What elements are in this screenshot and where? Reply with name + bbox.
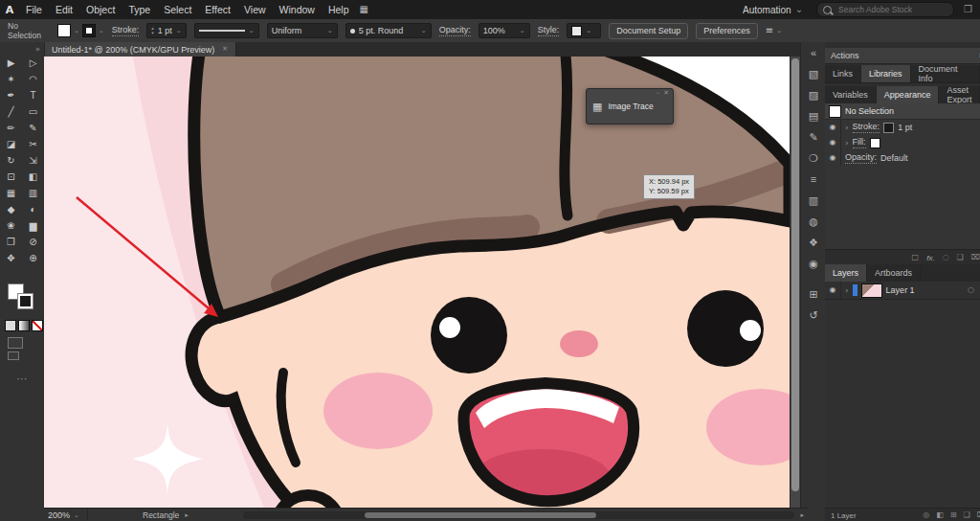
opacity-dropdown[interactable]: 100% ⌄ — [479, 23, 530, 38]
menu-type[interactable]: Type — [122, 0, 157, 19]
hand-tool[interactable]: ✥ — [0, 250, 22, 266]
stroke-style-dropdown[interactable]: ⌄ — [194, 23, 259, 38]
blend-tool[interactable]: ◐ — [22, 201, 44, 217]
menu-file[interactable]: File — [19, 0, 49, 19]
layer-visibility-eye-icon[interactable]: ◉ — [830, 286, 836, 294]
horizontal-scrollbar[interactable] — [243, 511, 795, 519]
document-tab-close-icon[interactable]: ✕ — [222, 46, 228, 53]
layer-target-icon[interactable]: ○ — [968, 286, 974, 294]
stroke-caret-icon[interactable]: ⌄ — [99, 28, 104, 34]
symbols-panel-icon[interactable]: ❍ — [801, 147, 826, 169]
appearance-stroke-row[interactable]: ◉ › Stroke: 1 pt — [825, 120, 980, 135]
type-tool[interactable]: T — [22, 87, 44, 103]
color-mode-none[interactable] — [32, 320, 43, 331]
style-label-link[interactable]: Style: — [538, 25, 560, 36]
screen-mode-button[interactable] — [8, 337, 23, 360]
pen-tool[interactable]: ✒ — [0, 87, 22, 103]
transparency-panel-icon[interactable]: ◍ — [801, 211, 826, 232]
tooltip-minimize-icon[interactable]: – — [657, 90, 660, 97]
menu-effect[interactable]: Effect — [198, 0, 237, 19]
status-next-icon[interactable]: ▸ — [185, 512, 189, 519]
brush-definition-dropdown[interactable]: 5 pt. Round ⌄ — [345, 23, 432, 38]
spin-down-icon[interactable]: ▾ — [151, 31, 154, 35]
lasso-tool[interactable]: ◠ — [22, 71, 44, 87]
appearance-fill-swatch[interactable] — [870, 138, 880, 148]
clear-appearance-icon[interactable]: ◌ — [943, 254, 949, 261]
tab-layers[interactable]: Layers — [825, 264, 867, 282]
window-switch-icon[interactable]: ❐ — [964, 5, 972, 14]
stroke-swatch[interactable] — [82, 24, 96, 37]
duplicate-item-icon[interactable]: ❏ — [957, 254, 964, 261]
appearance-opacity-label[interactable]: Opacity: — [845, 152, 877, 164]
line-segment-tool[interactable]: ╱ — [0, 103, 22, 120]
toolbar-collapse-icon[interactable]: » — [35, 45, 40, 54]
appearance-opacity-row[interactable]: ◉ Opacity: Default — [825, 150, 980, 166]
fill-swatch[interactable] — [57, 24, 71, 37]
delete-item-icon[interactable]: ⌧ — [971, 254, 980, 261]
fill-expand-chevron-icon[interactable]: › — [845, 139, 849, 147]
menu-edit[interactable]: Edit — [49, 0, 79, 19]
scroll-right-arrow-icon[interactable]: ▸ — [800, 512, 804, 519]
menu-help[interactable]: Help — [322, 0, 356, 19]
direct-selection-tool[interactable]: ▷ — [22, 55, 44, 71]
layer-name[interactable]: Layer 1 — [886, 285, 964, 295]
preferences-button[interactable]: Preferences — [696, 23, 758, 39]
app-grid-icon[interactable]: ▦ — [360, 5, 368, 14]
expand-panels-icon[interactable]: « — [801, 42, 826, 63]
layer-row[interactable]: ◉ › Layer 1 ○ — [825, 282, 980, 300]
stock-search-box[interactable] — [816, 2, 954, 17]
rotate-tool[interactable]: ↻ — [0, 152, 22, 169]
swatches-panel-icon[interactable]: ▤ — [801, 105, 826, 126]
paintbrush-tool[interactable]: ✏ — [0, 120, 22, 136]
image-trace-tooltip[interactable]: ▦ Image Trace – ✕ — [586, 88, 674, 125]
horizontal-scrollbar-thumb[interactable] — [365, 512, 596, 518]
align-options-icon[interactable]: ≡ — [766, 26, 773, 35]
pencil-tool[interactable]: ✎ — [22, 120, 44, 136]
automation-dropdown[interactable]: Automation ⌄ — [743, 5, 803, 15]
appearance-selection-row[interactable]: No Selection — [825, 103, 980, 120]
artboard-tool[interactable]: ❒ — [0, 234, 22, 250]
tab-links[interactable]: Links — [825, 65, 861, 82]
tab-variables[interactable]: Variables — [825, 86, 877, 103]
make-clipping-mask-icon[interactable]: ◧ — [936, 511, 944, 519]
menu-object[interactable]: Object — [79, 0, 122, 19]
gradient-panel-icon[interactable]: ▥ — [801, 190, 826, 211]
brushes-panel-icon[interactable]: ✎ — [801, 126, 826, 147]
stroke-expand-chevron-icon[interactable]: › — [845, 124, 849, 132]
symbol-sprayer-tool[interactable]: ❀ — [0, 217, 22, 234]
opacity-label-link[interactable]: Opacity: — [439, 25, 471, 36]
color-guide-panel-icon[interactable]: ▨ — [801, 84, 826, 105]
shape-builder-tool[interactable]: ◧ — [22, 169, 44, 185]
document-setup-button[interactable]: Document Setup — [609, 23, 688, 39]
layer-expand-chevron-icon[interactable]: › — [845, 286, 849, 295]
appearance-fill-row[interactable]: ◉ › Fill: — [825, 135, 980, 150]
scissors-tool[interactable]: ✂ — [22, 136, 44, 152]
selection-tool[interactable]: ▶ — [0, 55, 22, 71]
appearance-stroke-label[interactable]: Stroke: — [853, 122, 880, 133]
document-tab[interactable]: Untitled-1* @ 200% (CMYK/GPU Preview) ✕ — [44, 42, 236, 57]
tooltip-close-icon[interactable]: ✕ — [663, 90, 669, 97]
graphic-styles-panel-icon[interactable]: ❖ — [801, 232, 826, 253]
layer-thumbnail[interactable] — [861, 283, 882, 298]
column-graph-tool[interactable]: ▆ — [22, 217, 44, 234]
align-panel-icon[interactable]: ⊞ — [801, 283, 826, 305]
add-new-stroke-icon[interactable]: □ — [912, 254, 920, 261]
align-caret-icon[interactable]: ⌄ — [776, 28, 782, 34]
tab-asset-export[interactable]: Asset Export — [939, 86, 980, 103]
new-layer-icon[interactable]: ❏ — [964, 511, 970, 519]
fill-visibility-eye-icon[interactable]: ◉ — [830, 139, 836, 147]
edit-toolbar-more-icon[interactable]: ⋯ — [17, 373, 28, 385]
stroke-weight-stepper[interactable]: ▴ ▾ 1 pt ⌄ — [146, 23, 186, 38]
toolbar-stroke-swatch[interactable] — [17, 293, 33, 309]
fill-caret-icon[interactable]: ⌄ — [74, 28, 79, 34]
menu-view[interactable]: View — [237, 0, 273, 19]
tab-appearance[interactable]: Appearance — [877, 86, 940, 103]
eyedropper-tool[interactable]: ◆ — [0, 201, 22, 217]
color-panel-icon[interactable]: ▧ — [801, 63, 826, 84]
appearance-fill-label[interactable]: Fill: — [853, 137, 866, 148]
color-mode-gradient[interactable] — [18, 320, 30, 331]
zoom-control[interactable]: 200% ⌄ — [48, 509, 88, 521]
canvas[interactable]: ▦ Image Trace – ✕ X: 509.94 px Y: 509.59… — [44, 57, 790, 508]
graphic-style-dropdown[interactable]: ⌄ — [567, 23, 601, 38]
appearance-stroke-swatch[interactable] — [883, 123, 894, 133]
